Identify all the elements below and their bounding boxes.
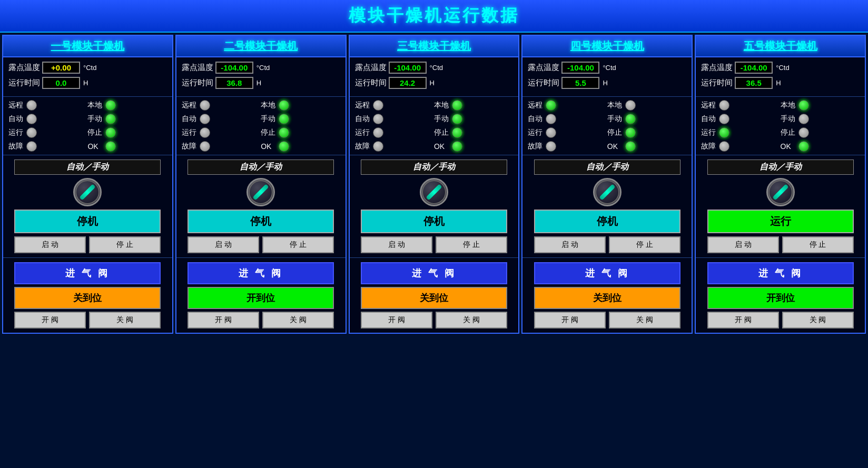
valve-section-4: 进 气 阀关到位开 阀关 阀 — [522, 258, 692, 333]
open-valve-btn-5[interactable]: 开 阀 — [707, 312, 779, 328]
status-label-ok-5: OK — [781, 142, 795, 151]
main-btn-4[interactable]: 停机 — [534, 210, 680, 233]
rotary-switch-1[interactable] — [73, 178, 102, 206]
close-valve-btn-5[interactable]: 关 阀 — [782, 312, 854, 328]
dew-point-row-5: 露点温度-104.00°Ctd — [701, 62, 860, 74]
status-section-5: 远程本地自动手动运行停止故障OK — [696, 97, 865, 155]
status-label-fault-5: 故障 — [701, 142, 716, 151]
start-btn-5[interactable]: 启 动 — [707, 236, 779, 253]
open-valve-btn-1[interactable]: 开 阀 — [14, 312, 86, 328]
machine-header-2: 二号模块干燥机 — [176, 36, 346, 57]
rotary-switch-4[interactable] — [593, 178, 622, 206]
valve-label-1[interactable]: 进 气 阀 — [14, 262, 161, 284]
status-fault-5: 故障 — [701, 141, 780, 152]
valve-btn-row-4: 开 阀关 阀 — [534, 312, 680, 328]
auto-manual-label-box-3: 自动／手动 — [361, 160, 507, 175]
run-time-unit-5: H — [776, 79, 781, 87]
status-label-stopped-1: 停止 — [87, 128, 102, 137]
status-label-local-5: 本地 — [781, 101, 795, 110]
readings-section-2: 露点温度-104.00°Ctd运行时间36.8H — [176, 57, 346, 97]
status-ok-2: OK — [261, 141, 340, 152]
status-fault-1: 故障 — [8, 141, 87, 152]
close-valve-btn-3[interactable]: 关 阀 — [436, 312, 507, 328]
auto-manual-section-4: 自动／手动停机启 动停 止 — [522, 155, 692, 258]
status-label-manual-5: 手动 — [781, 114, 795, 124]
start-btn-3[interactable]: 启 动 — [361, 236, 432, 253]
machine-header-text-4: 四号模块干燥机 — [570, 40, 644, 52]
dew-point-row-1: 露点温度+0.00°Ctd — [8, 62, 167, 74]
stop-btn-5[interactable]: 停 止 — [782, 236, 854, 253]
stop-btn-2[interactable]: 停 止 — [262, 236, 334, 253]
dew-point-value-2: -104.00 — [215, 62, 253, 74]
status-label-stopped-2: 停止 — [261, 128, 275, 137]
rotary-switch-inner-3 — [422, 180, 446, 204]
open-valve-btn-3[interactable]: 开 阀 — [361, 312, 432, 328]
status-label-manual-2: 手动 — [261, 114, 275, 124]
rotary-switch-inner-5 — [768, 180, 793, 204]
auto-manual-label-text-1: 自动／手动 — [66, 162, 108, 171]
status-label-running-3: 运行 — [355, 128, 370, 137]
stop-btn-1[interactable]: 停 止 — [89, 236, 161, 253]
status-label-remote-3: 远程 — [355, 101, 370, 110]
start-btn-1[interactable]: 启 动 — [14, 236, 86, 253]
run-time-label-4: 运行时间 — [528, 78, 559, 88]
status-section-4: 远程本地自动手动运行停止故障OK — [522, 97, 692, 155]
valve-section-1: 进 气 阀关到位开 阀关 阀 — [3, 258, 172, 333]
open-valve-btn-2[interactable]: 开 阀 — [188, 312, 259, 328]
status-label-running-4: 运行 — [528, 128, 542, 137]
status-label-remote-5: 远程 — [701, 101, 716, 110]
main-btn-1[interactable]: 停机 — [14, 210, 161, 233]
machine-header-3: 三号模块干燥机 — [350, 36, 519, 57]
stop-btn-4[interactable]: 停 止 — [609, 236, 680, 253]
run-time-value-2: 36.8 — [215, 77, 253, 89]
start-stop-row-2: 启 动停 止 — [188, 236, 334, 253]
status-running-5: 运行 — [701, 127, 780, 138]
rotary-switch-5[interactable] — [766, 178, 795, 206]
run-time-row-3: 运行时间24.2H — [355, 77, 514, 89]
status-label-fault-3: 故障 — [355, 142, 370, 151]
valve-label-3[interactable]: 进 气 阀 — [361, 262, 507, 284]
status-label-auto-3: 自动 — [355, 114, 370, 124]
run-time-label-2: 运行时间 — [182, 78, 213, 88]
dew-point-label-1: 露点温度 — [8, 63, 40, 73]
start-btn-4[interactable]: 启 动 — [534, 236, 606, 253]
machine-header-4: 四号模块干燥机 — [522, 36, 692, 57]
run-time-value-1: 0.0 — [42, 77, 80, 89]
status-auto-4: 自动 — [528, 114, 607, 124]
valve-label-5[interactable]: 进 气 阀 — [707, 262, 854, 284]
status-label-manual-4: 手动 — [607, 114, 622, 124]
machine-header-text-1: 一号模块干燥机 — [51, 40, 124, 52]
rotary-line-5 — [772, 184, 788, 200]
open-valve-btn-4[interactable]: 开 阀 — [534, 312, 606, 328]
rotary-switch-2[interactable] — [246, 178, 275, 206]
dew-point-label-5: 露点温度 — [701, 63, 733, 73]
status-stopped-1: 停止 — [87, 127, 166, 138]
status-section-2: 远程本地自动手动运行停止故障OK — [176, 97, 346, 155]
dew-point-unit-4: °Ctd — [603, 64, 616, 72]
start-btn-2[interactable]: 启 动 — [188, 236, 259, 253]
status-stopped-2: 停止 — [261, 127, 340, 138]
stop-btn-3[interactable]: 停 止 — [436, 236, 507, 253]
run-time-unit-4: H — [603, 79, 607, 87]
valve-label-2[interactable]: 进 气 阀 — [188, 262, 334, 284]
auto-manual-label-text-5: 自动／手动 — [760, 162, 802, 171]
auto-manual-label-text-3: 自动／手动 — [413, 162, 455, 171]
machine-col-2: 二号模块干燥机露点温度-104.00°Ctd运行时间36.8H远程本地自动手动运… — [175, 35, 347, 334]
auto-manual-section-5: 自动／手动运行启 动停 止 — [696, 155, 865, 258]
status-label-running-2: 运行 — [182, 128, 196, 137]
status-auto-2: 自动 — [182, 114, 261, 124]
main-btn-5[interactable]: 运行 — [707, 210, 854, 233]
status-manual-2: 手动 — [261, 114, 340, 124]
close-valve-btn-1[interactable]: 关 阀 — [89, 312, 161, 328]
auto-manual-label-box-2: 自动／手动 — [188, 160, 334, 175]
status-label-remote-1: 远程 — [8, 101, 23, 110]
rotary-switch-3[interactable] — [420, 178, 448, 206]
main-btn-3[interactable]: 停机 — [361, 210, 507, 233]
rotary-line-2 — [253, 184, 269, 200]
main-btn-2[interactable]: 停机 — [188, 210, 334, 233]
valve-label-4[interactable]: 进 气 阀 — [534, 262, 680, 284]
machine-header-text-3: 三号模块干燥机 — [397, 40, 471, 52]
valve-status-2: 开到位 — [188, 287, 334, 309]
close-valve-btn-2[interactable]: 关 阀 — [262, 312, 334, 328]
close-valve-btn-4[interactable]: 关 阀 — [609, 312, 680, 328]
